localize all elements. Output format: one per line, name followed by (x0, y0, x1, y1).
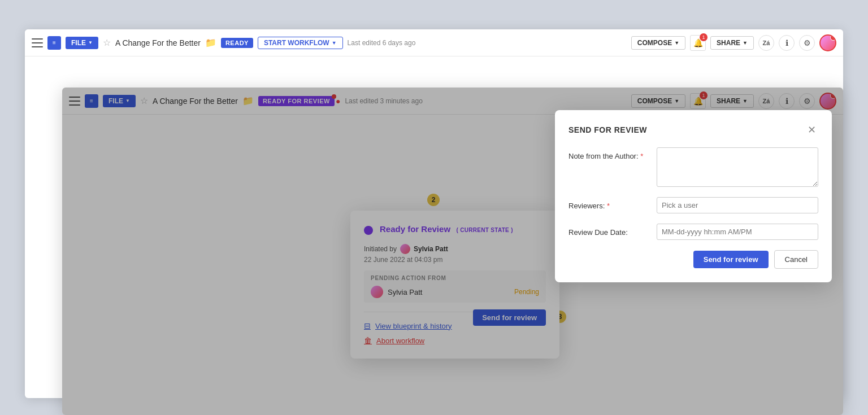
bg-compose-button[interactable]: COMPOSE ▼ (631, 36, 685, 50)
bg-share-button[interactable]: SHARE ▼ (710, 36, 754, 50)
modal-footer: Send for review Cancel (568, 250, 818, 269)
star-icon[interactable]: ☆ (103, 37, 111, 48)
bg-font-size-icon[interactable]: Zá (758, 35, 774, 51)
folder-icon: 📁 (205, 37, 216, 48)
send-for-review-modal: SEND FOR REVIEW ✕ Note from the Author: … (555, 110, 832, 282)
note-required: * (640, 152, 643, 160)
reviewers-field: Reviewers: * (568, 197, 818, 213)
reviewers-label: Reviewers: * (568, 197, 648, 210)
bg-info-icon[interactable]: ℹ (779, 35, 795, 51)
file-dropdown-arrow: ▼ (88, 40, 93, 45)
bg-toolbar-right: COMPOSE ▼ 🔔 1 SHARE ▼ Zá ℹ ⚙ (631, 34, 836, 51)
start-workflow-button[interactable]: START WORKFLOW ▼ (258, 37, 343, 49)
due-date-field: Review Due Date: (568, 224, 818, 240)
note-field: Note from the Author: * (568, 147, 818, 187)
ready-badge: READY (221, 38, 253, 48)
note-label: Note from the Author: * (568, 147, 648, 160)
modal-header: SEND FOR REVIEW ✕ (568, 124, 818, 136)
due-date-label: Review Due Date: (568, 224, 648, 237)
reviewers-input[interactable] (657, 197, 818, 213)
bg-notification-button[interactable]: 🔔 1 (690, 35, 706, 51)
modal-overlay: SEND FOR REVIEW ✕ Note from the Author: … (62, 88, 843, 415)
file-button[interactable]: FILE ▼ (66, 37, 98, 49)
compose-arrow: ▼ (674, 40, 679, 46)
bg-notif-badge: 1 (700, 33, 708, 41)
reviewers-required: * (607, 202, 610, 210)
modal-title: SEND FOR REVIEW (568, 125, 647, 134)
share-arrow: ▼ (743, 40, 748, 46)
modal-close-button[interactable]: ✕ (805, 124, 818, 136)
bg-last-edited: Last edited 6 days ago (348, 39, 416, 47)
note-textarea[interactable] (657, 147, 818, 187)
start-workflow-arrow: ▼ (332, 40, 337, 46)
bg-settings-icon[interactable]: ⚙ (799, 35, 815, 51)
hamburger-menu-icon[interactable] (32, 38, 43, 47)
bg-user-avatar[interactable] (819, 34, 836, 51)
bg-toolbar: ≡ FILE ▼ ☆ A Change For the Better 📁 REA… (25, 29, 843, 56)
bg-doc-title: A Change For the Better (115, 38, 201, 47)
due-date-input[interactable] (657, 224, 818, 240)
modal-send-button[interactable]: Send for review (693, 251, 769, 268)
foreground-window: ≡ FILE ▼ ☆ A Change For the Better 📁 REA… (62, 88, 843, 415)
document-icon: ≡ (47, 36, 61, 50)
modal-cancel-button[interactable]: Cancel (774, 250, 818, 269)
